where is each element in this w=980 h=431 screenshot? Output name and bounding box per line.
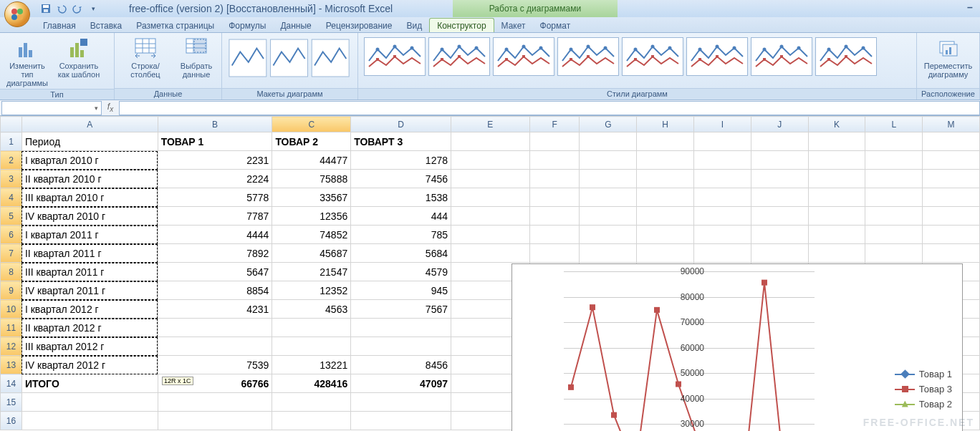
row-header-11[interactable]: 11 [1, 319, 22, 337]
qat-dropdown-icon[interactable]: ▾ [86, 1, 100, 16]
cell[interactable] [694, 207, 751, 226]
col-header-D[interactable]: D [351, 117, 451, 132]
cell[interactable] [751, 226, 808, 244]
cell[interactable] [923, 188, 980, 207]
col-header-I[interactable]: I [694, 117, 751, 132]
cell[interactable]: 945 [351, 281, 451, 300]
cell[interactable]: III квартал 2012 г [21, 337, 158, 356]
row-header-12[interactable]: 12 [1, 337, 22, 356]
cell[interactable]: 2231 [158, 151, 272, 170]
cell[interactable] [751, 188, 808, 207]
cell[interactable] [923, 151, 980, 170]
chart-style-6[interactable] [686, 37, 748, 76]
cell[interactable] [923, 226, 980, 244]
row-header-15[interactable]: 15 [1, 393, 22, 412]
cell[interactable] [351, 319, 451, 337]
row-header-14[interactable]: 14 [1, 374, 22, 393]
cell[interactable] [923, 207, 980, 226]
cell[interactable]: 8456 [351, 356, 451, 374]
chart-style-8[interactable] [815, 37, 877, 76]
cell[interactable] [865, 170, 923, 188]
tab-Вставка[interactable]: Вставка [83, 19, 130, 32]
cell[interactable]: IV квартал 2012 г [21, 356, 158, 374]
cell[interactable]: 33567 [272, 188, 351, 207]
row-header-4[interactable]: 4 [1, 188, 22, 207]
row-header-9[interactable]: 9 [1, 281, 22, 300]
cell[interactable]: Период [21, 132, 158, 151]
switch-row-column-button[interactable]: Строка/столбец [117, 36, 173, 80]
cell[interactable] [580, 244, 637, 263]
cell[interactable] [808, 170, 865, 188]
cell[interactable] [351, 412, 451, 430]
cell[interactable]: 7456 [351, 170, 451, 188]
cell[interactable] [580, 151, 637, 170]
cell[interactable]: 5647 [158, 263, 272, 281]
cell[interactable]: I квартал 2011 г [21, 226, 158, 244]
redo-icon[interactable] [70, 1, 85, 16]
cell[interactable] [808, 188, 865, 207]
cell[interactable] [21, 393, 158, 412]
cell[interactable] [529, 151, 580, 170]
cell[interactable]: 1538 [351, 188, 451, 207]
cell[interactable] [751, 244, 808, 263]
row-header-7[interactable]: 7 [1, 244, 22, 263]
cell[interactable] [751, 207, 808, 226]
cell[interactable] [865, 226, 923, 244]
col-header-F[interactable]: F [529, 117, 580, 132]
cell[interactable]: III квартал 2010 г [21, 188, 158, 207]
cell[interactable] [637, 226, 694, 244]
cell[interactable]: I квартал 2012 г [21, 300, 158, 319]
cell[interactable] [923, 170, 980, 188]
select-data-button[interactable]: Выбрать данные [176, 36, 216, 80]
cell[interactable]: I квартал 2010 г [21, 151, 158, 170]
cell[interactable] [865, 188, 923, 207]
cell[interactable] [451, 188, 530, 207]
cell[interactable]: II квартал 2010 г [21, 170, 158, 188]
tab-Разметка страницы[interactable]: Разметка страницы [129, 19, 221, 32]
row-header-1[interactable]: 1 [1, 132, 22, 151]
cell[interactable] [158, 337, 272, 356]
cell[interactable]: 75888 [272, 170, 351, 188]
cell[interactable] [158, 412, 272, 430]
cell[interactable] [580, 170, 637, 188]
cell[interactable] [637, 207, 694, 226]
cell[interactable] [529, 188, 580, 207]
formula-input[interactable] [119, 101, 980, 115]
change-chart-type-button[interactable]: Изменить тип диаграммы [3, 36, 52, 89]
cell[interactable] [580, 188, 637, 207]
cell[interactable]: 45687 [272, 244, 351, 263]
chart-layouts-gallery[interactable] [225, 34, 355, 88]
office-button[interactable] [4, 1, 30, 27]
minimize-button[interactable]: – [964, 1, 976, 13]
cell[interactable]: IV квартал 2011 г [21, 281, 158, 300]
cell[interactable] [694, 132, 751, 151]
cell[interactable]: ТОВАР 2 [272, 132, 351, 151]
cell[interactable]: 8854 [158, 281, 272, 300]
cell[interactable] [21, 412, 158, 430]
cell[interactable] [808, 207, 865, 226]
tab-Конструктор[interactable]: Конструктор [429, 18, 494, 32]
cell[interactable] [451, 132, 530, 151]
row-header-3[interactable]: 3 [1, 170, 22, 188]
cell[interactable] [529, 132, 580, 151]
cell[interactable] [580, 207, 637, 226]
cell[interactable] [158, 319, 272, 337]
row-header-2[interactable]: 2 [1, 151, 22, 170]
chart-styles-gallery[interactable] [361, 34, 913, 88]
cell[interactable] [529, 207, 580, 226]
cell[interactable] [694, 188, 751, 207]
row-header-6[interactable]: 6 [1, 226, 22, 244]
cell[interactable] [637, 132, 694, 151]
tab-Макет[interactable]: Макет [494, 19, 533, 32]
chart-style-5[interactable] [622, 37, 683, 76]
cell[interactable] [351, 393, 451, 412]
chart-style-3[interactable] [493, 37, 554, 76]
tab-Формулы[interactable]: Формулы [221, 19, 273, 32]
cell[interactable] [865, 151, 923, 170]
cell[interactable]: 4579 [351, 263, 451, 281]
cell[interactable] [694, 244, 751, 263]
cell[interactable]: 4563 [272, 300, 351, 319]
chart-style-7[interactable] [751, 37, 812, 76]
fx-icon[interactable]: fx [102, 102, 119, 113]
cell[interactable] [580, 132, 637, 151]
